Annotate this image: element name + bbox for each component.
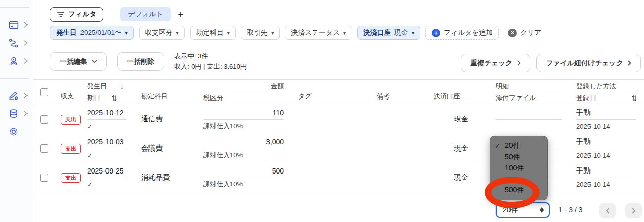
chip-label: 収支区分 bbox=[145, 28, 173, 37]
row-type: 支出 bbox=[55, 105, 81, 134]
check-icon: ✓ bbox=[495, 142, 500, 150]
tax-category: 課対仕入10% bbox=[203, 120, 292, 133]
caret-down-icon: ▾ bbox=[125, 30, 128, 36]
page-size-value: 20件 bbox=[503, 206, 518, 215]
caret-down-icon: ▾ bbox=[227, 30, 230, 36]
prev-page-button[interactable] bbox=[599, 203, 616, 218]
chevron-right-icon bbox=[23, 110, 28, 117]
chip-account-item[interactable]: 勘定科目 ▾ bbox=[190, 26, 236, 40]
account-name: 消耗品費 bbox=[141, 173, 170, 182]
filter-chip-row: 発生日 2025/01/01〜 ▾ 収支区分 ▾ 勘定科目 ▾ 取引先 ▾ 決済… bbox=[50, 26, 545, 40]
file-link-check-button[interactable]: ファイル紐付けチェック bbox=[536, 54, 641, 72]
row-checkbox[interactable] bbox=[40, 115, 48, 124]
header-amount-label: 金額 bbox=[203, 81, 292, 92]
sort-toggle-icon[interactable] bbox=[632, 95, 637, 102]
transaction-row[interactable]: 支出 2025-10-12 ✓ 通信費 110 課対仕入10% 現金 手動 20… bbox=[33, 105, 644, 134]
chip-occur-date[interactable]: 発生日 2025/01/01〜 ▾ bbox=[50, 26, 134, 40]
sidebar-item-journal[interactable] bbox=[8, 90, 31, 102]
filter-toolbar: フィルタ デフォルト + bbox=[50, 7, 183, 22]
row-wallet: 現金 bbox=[427, 134, 490, 163]
header-dates[interactable]: 発生日↓ 期日 bbox=[81, 80, 135, 105]
plus-glyph: + bbox=[434, 30, 438, 36]
menu-option-50[interactable]: 50件 bbox=[490, 152, 547, 163]
sidebar-item-workflow[interactable] bbox=[8, 37, 31, 50]
income-expense-totals: 収入: 0円 | 支出: 3,610円 bbox=[174, 62, 247, 72]
row-checkbox[interactable] bbox=[40, 174, 48, 182]
menu-option-500[interactable]: 500件 bbox=[490, 185, 547, 196]
chip-partner[interactable]: 取引先 ▾ bbox=[241, 26, 280, 40]
row-memo bbox=[351, 105, 427, 134]
preset-tab-label: デフォルト bbox=[128, 10, 163, 19]
menu-option-label: 20件 bbox=[505, 141, 520, 151]
pagination-range: 1 - 3 / 3 bbox=[558, 206, 582, 214]
header-account: 勘定科目 bbox=[135, 80, 197, 105]
filter-button[interactable]: フィルタ bbox=[50, 7, 103, 22]
select-all-checkbox[interactable] bbox=[40, 88, 48, 96]
sidebar bbox=[0, 0, 33, 222]
occur-date: 2025-09-25 bbox=[87, 164, 135, 177]
header-method[interactable]: 登録した方法 登録日 bbox=[570, 80, 644, 105]
row-type: 支出 bbox=[55, 163, 81, 192]
filter-lines-icon bbox=[57, 11, 64, 17]
sidebar-item-data[interactable] bbox=[8, 108, 31, 120]
wallet-name: 現金 bbox=[434, 115, 468, 124]
sort-desc-icon[interactable]: ↓ bbox=[120, 82, 124, 90]
chip-label: 決済口座 bbox=[363, 28, 391, 37]
chip-value: 現金 bbox=[394, 28, 408, 37]
menu-gap bbox=[490, 174, 547, 185]
chip-label: 取引先 bbox=[247, 28, 268, 37]
tab-default-preset[interactable]: デフォルト bbox=[120, 7, 171, 21]
clear-filters-button[interactable]: × クリア bbox=[505, 26, 544, 40]
amount-value: 500 bbox=[203, 164, 292, 177]
header-type: 収支 bbox=[55, 80, 81, 105]
row-checkbox[interactable] bbox=[40, 144, 48, 153]
menu-option-20[interactable]: ✓ 20件 bbox=[490, 140, 547, 152]
wallet-name: 現金 bbox=[434, 144, 468, 153]
database-icon bbox=[8, 108, 19, 119]
header-wallet: 決済口座 bbox=[427, 80, 490, 105]
select-stepper-icon bbox=[540, 207, 544, 213]
chip-label: 発生日 bbox=[56, 28, 77, 37]
chip-settlement-account[interactable]: 決済口座 現金 ▾ bbox=[357, 26, 420, 40]
row-account: 会議費 bbox=[135, 134, 197, 163]
bulk-edit-button[interactable]: 一括編集 bbox=[50, 52, 107, 71]
entry-method: 手動 bbox=[576, 106, 644, 119]
chip-settlement-status[interactable]: 決済ステータス ▾ bbox=[285, 26, 352, 40]
add-preset-button[interactable]: + bbox=[178, 10, 183, 19]
chevron-right-icon bbox=[632, 208, 636, 214]
header-detail: 明細 添付ファイル bbox=[490, 80, 570, 105]
transactions-table: 収支 発生日↓ 期日 勘定科目 金額 税区分 タグ 備考 決済口座 明細 添付フ… bbox=[33, 79, 644, 192]
expense-badge: 支出 bbox=[61, 173, 81, 183]
header-detail-label: 明細 bbox=[496, 81, 570, 92]
row-method: 手動 2025-10-14 bbox=[570, 105, 644, 134]
add-filter-button[interactable]: + フィルタを追加 bbox=[425, 26, 499, 40]
sidebar-item-settings[interactable] bbox=[8, 126, 31, 138]
duplicate-check-button[interactable]: 重複チェック bbox=[461, 54, 530, 72]
sidebar-divider bbox=[0, 78, 29, 79]
row-type: 支出 bbox=[55, 134, 81, 163]
bulk-actions: 一括編集 一括削除 表示中: 3件 収入: 0円 | 支出: 3,610円 bbox=[50, 51, 247, 72]
settled-check-icon: ✓ bbox=[87, 178, 135, 191]
registered-date: 2025-10-14 bbox=[576, 178, 644, 191]
header-tag-label: タグ bbox=[298, 92, 312, 101]
sidebar-item-cards[interactable] bbox=[8, 19, 31, 31]
chevron-left-icon bbox=[606, 208, 610, 214]
entry-method: 手動 bbox=[576, 164, 644, 177]
showing-count: 表示中: 3件 bbox=[174, 51, 247, 62]
caret-down-icon: ▾ bbox=[343, 30, 346, 36]
row-method: 手動 2025-10-14 bbox=[570, 163, 644, 192]
transaction-row[interactable]: 支出 2025-09-25 ✓ 消耗品費 500 課対仕入10% 現金 手動 2… bbox=[33, 163, 644, 192]
row-account: 通信費 bbox=[135, 105, 197, 134]
sort-toggle-icon[interactable] bbox=[112, 95, 117, 102]
sidebar-item-growth[interactable] bbox=[8, 55, 31, 67]
next-page-button[interactable] bbox=[625, 203, 642, 218]
page-size-select[interactable]: 20件 bbox=[496, 202, 550, 218]
bulk-delete-button[interactable]: 一括削除 bbox=[117, 52, 164, 71]
row-wallet: 現金 bbox=[427, 163, 490, 192]
transaction-row[interactable]: 支出 2025-10-03 ✓ 会議費 3,000 課対仕入10% 現金 手動 … bbox=[33, 134, 644, 163]
tax-category: 課対仕入10% bbox=[203, 149, 292, 162]
menu-option-100[interactable]: 100件 bbox=[490, 163, 547, 174]
toolbar-separator bbox=[112, 9, 112, 20]
duplicate-check-label: 重複チェック bbox=[470, 59, 512, 68]
chip-income-expense[interactable]: 収支区分 ▾ bbox=[139, 26, 185, 40]
